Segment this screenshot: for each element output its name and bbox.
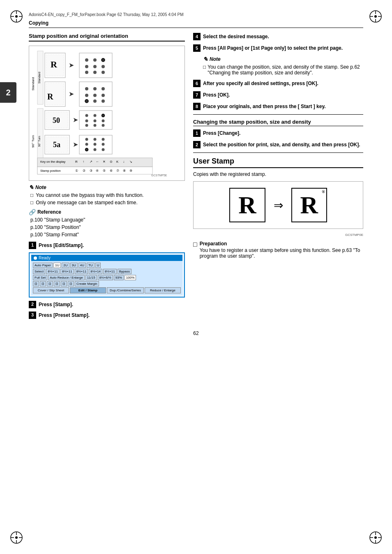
svg-text:②: ②	[83, 169, 85, 173]
change-step-1: 1 Press [Change].	[193, 129, 363, 137]
reference-title: 🔗 Reference	[29, 209, 185, 215]
ui-cell-size1: 8½×11	[46, 269, 60, 274]
right-step-7: 7 Press [OK].	[193, 91, 363, 99]
svg-point-51	[101, 87, 105, 90]
right-step-6-text: After you specify all desired settings, …	[203, 80, 318, 87]
ui-cell-icon2: ⊡	[40, 281, 46, 286]
ui-cell-size3: 8½×11	[75, 269, 88, 274]
svg-point-77	[85, 138, 88, 141]
note-box: ✎ Note You cannot use the bypass tray wi…	[29, 184, 185, 205]
svg-point-39	[93, 65, 97, 68]
ui-cell-bypass: Bypass	[118, 269, 131, 274]
preparation-box: □ Preparation You have to register a use…	[193, 241, 363, 259]
preparation-icon: □	[193, 241, 197, 248]
ui-cell-margin: Create Margin	[75, 281, 99, 286]
ui-cell-fullset: Full Set	[33, 275, 47, 280]
ui-cell-autopaper: Auto Paper	[33, 263, 53, 268]
section-divider-1	[193, 114, 363, 115]
ui-cell-icon5: ⊡	[61, 281, 67, 286]
change-step-1-text: Press [Change].	[203, 129, 240, 137]
ui-body: Auto Paper 1U 2U 3U 4U TU U Select 8½×11…	[31, 261, 182, 295]
svg-point-66	[85, 120, 88, 122]
r-superscript: ®	[322, 190, 325, 194]
svg-point-69	[85, 124, 88, 127]
ui-btn-editstamp[interactable]: Edit / Stamp	[70, 287, 106, 293]
ui-row-1b: Select 8½×11 8½×11 8½×11 8½×14 8½×11 Byp…	[33, 269, 181, 274]
svg-point-43	[101, 71, 105, 74]
svg-point-70	[94, 124, 97, 127]
step-3-text: Press [Preset Stamp].	[39, 312, 185, 319]
svg-point-67	[94, 120, 97, 122]
preparation-content: Preparation You have to register a user …	[200, 241, 363, 259]
change-step-2: 2 Select the position for print, size, a…	[193, 141, 363, 148]
svg-text:↑: ↑	[83, 160, 84, 164]
ui-cell-select: Select	[33, 269, 45, 274]
ui-btn-dup[interactable]: Dup./Combine/Series	[107, 287, 144, 293]
ui-bottom-row: Cover / Slip Sheet Edit / Stamp Dup./Com…	[33, 287, 181, 293]
svg-point-41	[85, 71, 88, 74]
ui-cell-size7: 8½×6/½	[98, 275, 113, 280]
page-header: AdonisC4-EN_copy_F_FM_forPaper.book Page…	[16, 12, 376, 17]
ui-cell-size2: 8½×11	[60, 269, 74, 274]
page-number: 62	[16, 330, 376, 336]
ui-cell-icon3: ⊡	[47, 281, 53, 286]
svg-point-81	[94, 143, 97, 146]
right-step-5-text: Press [All Pages] or [1st Page only] to …	[203, 44, 343, 52]
right-note-title: ✎ Note	[203, 56, 363, 62]
note-title: ✎ Note	[29, 184, 185, 191]
step-2-text: Press [Stamp].	[39, 301, 185, 308]
ui-row-3: ⊡ ⊡ ⊡ ⊡ ⊡ ⊡ Create Margin	[33, 281, 181, 286]
ui-cell-icon1: ⊡	[33, 281, 39, 286]
left-column: Stamp position and original orientation …	[29, 33, 185, 322]
step-1-text: Press [Edit/Stamp].	[39, 242, 185, 249]
svg-point-55	[85, 99, 88, 103]
svg-text:50: 50	[53, 116, 60, 125]
ui-cell-size4: 8½×14	[89, 269, 102, 274]
svg-text:←: ←	[96, 160, 99, 164]
svg-text:K: K	[116, 160, 119, 164]
svg-point-71	[102, 124, 105, 127]
stamp-diagram: Standard 90° Turn Standard 90° Turn R ➤	[29, 46, 185, 181]
note-icon: ✎	[29, 184, 34, 191]
right-step-6-num: 6	[193, 80, 201, 87]
right-step-4: 4 Select the desired message.	[193, 33, 363, 40]
right-step-5: 5 Press [All Pages] or [1st Page only] t…	[193, 44, 363, 52]
right-step-5-num: 5	[193, 44, 201, 52]
step-2: 2 Press [Stamp].	[29, 301, 185, 308]
ui-btn-reduce[interactable]: Reduce / Enlarge	[145, 287, 181, 293]
svg-text:↓: ↓	[123, 160, 125, 164]
header-divider	[29, 28, 363, 28]
section-heading: Stamp position and original orientation	[29, 33, 185, 42]
note-item-2: Only one message can be stamped each tim…	[29, 200, 185, 205]
user-stamp-desc: Copies with the registered stamp.	[193, 171, 363, 177]
reference-item-1: p.100 "Stamp Language"	[29, 216, 185, 224]
svg-text:⑦: ⑦	[116, 169, 119, 173]
preparation-title: Preparation	[200, 241, 363, 247]
svg-point-84	[94, 148, 97, 151]
ui-cell-icon6: ⊡	[68, 281, 74, 286]
svg-text:①: ①	[75, 169, 78, 173]
stamp-r-left: R	[229, 188, 265, 222]
ui-cell-100: 100%	[125, 275, 136, 280]
ui-btn-cover[interactable]: Cover / Slip Sheet	[33, 287, 69, 293]
stamp-arrow: ⇒	[274, 199, 283, 212]
ui-cell-autore: Auto Reduce / Enlarge	[48, 275, 85, 280]
ui-cell-size6: 11/15	[85, 275, 97, 280]
svg-text:90° Turn: 90° Turn	[38, 136, 41, 147]
changing-heading: Changing the stamp position, size and de…	[193, 119, 363, 126]
step-3-num: 3	[29, 312, 36, 319]
svg-point-64	[94, 114, 97, 117]
svg-text:⑥: ⑥	[110, 169, 113, 173]
right-step-4-text: Select the desired message.	[203, 33, 269, 40]
section-divider-2	[193, 152, 363, 153]
right-step-4-num: 4	[193, 33, 201, 40]
right-step-7-num: 7	[193, 91, 201, 99]
ui-row-2: Full Set Auto Reduce / Enlarge 11/15 8½×…	[33, 275, 181, 280]
svg-text:Key on the display: Key on the display	[40, 160, 66, 164]
svg-point-40	[101, 65, 105, 68]
svg-point-52	[85, 94, 88, 97]
step-2-num: 2	[29, 301, 36, 308]
svg-point-82	[102, 143, 105, 146]
right-step-8-num: 8	[193, 103, 201, 110]
ui-cell-1u: 1U	[53, 263, 61, 268]
